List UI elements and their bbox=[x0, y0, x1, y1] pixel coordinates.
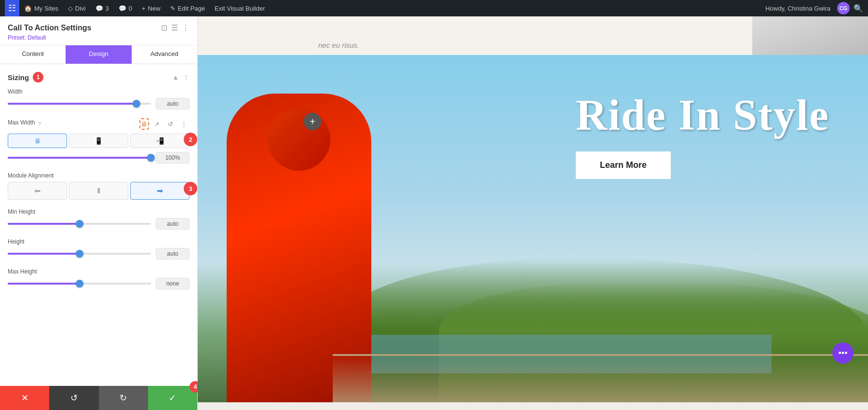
alignment-buttons: ⬅ ⬍ ➡ bbox=[8, 182, 190, 200]
width-slider-row: auto bbox=[8, 98, 190, 109]
step-badge-3: 3 bbox=[184, 182, 197, 195]
edit-icon: ✎ bbox=[170, 5, 176, 12]
message-icon: 💬 bbox=[119, 5, 126, 12]
panel-title: Call To Action Settings bbox=[8, 24, 91, 32]
canvas-top-image bbox=[752, 16, 868, 55]
max-width-value[interactable]: 100% bbox=[156, 152, 190, 164]
divi-icon: ◇ bbox=[68, 5, 73, 12]
device-tabs: 🖥 📱 📲 bbox=[8, 134, 190, 148]
align-center-btn[interactable]: ⬍ bbox=[69, 182, 128, 200]
preset-label[interactable]: Preset: Default bbox=[8, 34, 190, 41]
redo-button[interactable]: ↻ bbox=[99, 386, 148, 410]
max-height-field: Max Height none bbox=[8, 268, 190, 289]
avatar[interactable]: CG bbox=[837, 2, 850, 14]
width-slider[interactable] bbox=[8, 103, 151, 105]
height-label: Height bbox=[8, 238, 190, 245]
max-width-label-row: Max Width ? 🖥 ↗ ↺ ⋮ bbox=[8, 118, 190, 130]
admin-bar: ☷ 🏠 My Sites ◇ Divi 💬 3 💬 0 + New ✎ Edit… bbox=[0, 0, 868, 16]
min-height-slider-row: auto bbox=[8, 218, 190, 230]
min-height-value[interactable]: auto bbox=[156, 218, 190, 230]
max-height-value[interactable]: none bbox=[156, 278, 190, 289]
sidebar-icon[interactable]: ☰ bbox=[171, 23, 178, 32]
tab-content[interactable]: Content bbox=[0, 45, 66, 64]
desktop-icon[interactable]: 🖥 bbox=[139, 118, 149, 130]
admin-bar-mysites[interactable]: 🏠 My Sites bbox=[19, 0, 63, 16]
width-value[interactable]: auto bbox=[156, 98, 190, 109]
boat-railing bbox=[333, 354, 868, 402]
canvas-top-text: nec eu risus. bbox=[198, 41, 359, 49]
admin-bar-right: Howdy, Christina Gwira CG 🔍 bbox=[765, 2, 863, 14]
dots-icon: ••• bbox=[839, 348, 848, 358]
add-section-button[interactable]: + bbox=[304, 113, 321, 130]
admin-bar-edit-page[interactable]: ✎ Edit Page bbox=[165, 0, 210, 16]
panel-title-row: Call To Action Settings ⊡ ☰ ⋮ bbox=[8, 23, 190, 32]
module-alignment-field: Module Alignment ⬅ ⬍ ➡ 3 bbox=[8, 172, 190, 200]
panel-tabs: Content Design Advanced bbox=[0, 45, 197, 64]
align-right-btn[interactable]: ➡ bbox=[130, 182, 190, 200]
settings-panel: Call To Action Settings ⊡ ☰ ⋮ Preset: De… bbox=[0, 16, 198, 410]
align-left-btn[interactable]: ⬅ bbox=[8, 182, 67, 200]
height-slider-row: auto bbox=[8, 248, 190, 260]
height-field: Height auto bbox=[8, 238, 190, 260]
max-height-slider-row: none bbox=[8, 278, 190, 289]
admin-bar-new[interactable]: + New bbox=[137, 0, 165, 16]
height-value[interactable]: auto bbox=[156, 248, 190, 260]
hero-title: Ride In Style bbox=[576, 94, 829, 137]
wordpress-icon[interactable]: ☷ bbox=[5, 0, 19, 16]
admin-bar-divi[interactable]: ◇ Divi bbox=[63, 0, 91, 16]
max-width-more-icon[interactable]: ⋮ bbox=[178, 118, 190, 130]
plus-icon: + bbox=[142, 5, 146, 12]
howdy-text: Howdy, Christina Gwira bbox=[765, 5, 830, 12]
admin-bar-left: ☷ 🏠 My Sites ◇ Divi 💬 3 💬 0 + New ✎ Edit… bbox=[5, 0, 765, 16]
device-tab-mobile[interactable]: 📲 bbox=[130, 134, 190, 148]
reset-icon[interactable]: ↺ bbox=[164, 118, 176, 130]
section-more-icon[interactable]: ⋮ bbox=[183, 73, 190, 81]
step-badge-2: 2 bbox=[184, 133, 197, 146]
max-width-field: Max Width ? 🖥 ↗ ↺ ⋮ bbox=[8, 118, 190, 164]
max-height-slider[interactable] bbox=[8, 283, 151, 285]
admin-bar-exit-builder[interactable]: Exit Visual Builder bbox=[210, 0, 270, 16]
more-icon[interactable]: ⋮ bbox=[182, 23, 190, 32]
hero-btn-container: Learn More bbox=[576, 151, 829, 179]
max-width-help[interactable]: ? bbox=[38, 121, 41, 127]
max-height-label: Max Height bbox=[8, 268, 190, 275]
hero-section: Ride In Style Learn More + ••• bbox=[198, 55, 868, 402]
undo-icon: ↺ bbox=[70, 393, 78, 403]
main-area: Call To Action Settings ⊡ ☰ ⋮ Preset: De… bbox=[0, 16, 868, 410]
save-button[interactable]: ✓ 4 bbox=[148, 386, 197, 410]
cancel-button[interactable]: ✕ bbox=[0, 386, 49, 410]
search-icon[interactable]: 🔍 bbox=[854, 4, 863, 13]
panel-title-icons: ⊡ ☰ ⋮ bbox=[161, 23, 190, 32]
max-width-label: Max Width bbox=[8, 119, 35, 126]
min-height-label: Min Height bbox=[8, 208, 190, 215]
comment-icon: 💬 bbox=[95, 5, 103, 12]
learn-more-button[interactable]: Learn More bbox=[576, 151, 671, 179]
max-width-slider[interactable] bbox=[8, 157, 151, 159]
arrow-icon[interactable]: ↗ bbox=[151, 118, 163, 130]
min-height-field: Min Height auto bbox=[8, 208, 190, 230]
dots-menu-button[interactable]: ••• bbox=[832, 342, 854, 364]
device-tab-tablet[interactable]: 📱 bbox=[69, 134, 128, 148]
height-slider[interactable] bbox=[8, 253, 151, 255]
admin-bar-messages[interactable]: 💬 0 bbox=[114, 0, 137, 16]
max-width-icons: 🖥 ↗ ↺ ⋮ bbox=[139, 118, 190, 130]
tab-advanced[interactable]: Advanced bbox=[132, 45, 197, 64]
sizing-badge: 1 bbox=[33, 72, 43, 82]
device-tab-desktop[interactable]: 🖥 bbox=[8, 134, 67, 148]
min-height-slider[interactable] bbox=[8, 223, 151, 225]
save-icon: ✓ bbox=[169, 393, 176, 403]
home-icon: 🏠 bbox=[24, 5, 32, 12]
minimize-icon[interactable]: ⊡ bbox=[161, 23, 167, 32]
section-controls: ▲ ⋮ bbox=[172, 73, 190, 81]
collapse-icon[interactable]: ▲ bbox=[172, 73, 179, 81]
tab-design[interactable]: Design bbox=[66, 45, 131, 64]
admin-bar-comments[interactable]: 💬 3 bbox=[91, 0, 114, 16]
cancel-icon: ✕ bbox=[21, 393, 28, 403]
canvas-area: nec eu risus. Ride In Style bbox=[198, 16, 868, 410]
panel-actions: ✕ ↺ ↻ ✓ 4 bbox=[0, 386, 197, 410]
sizing-section-header: Sizing 1 ▲ ⋮ bbox=[8, 72, 190, 82]
sizing-title: Sizing 1 bbox=[8, 72, 43, 82]
canvas-top-strip: nec eu risus. bbox=[198, 16, 868, 55]
undo-button[interactable]: ↺ bbox=[49, 386, 98, 410]
width-field: Width auto bbox=[8, 88, 190, 109]
